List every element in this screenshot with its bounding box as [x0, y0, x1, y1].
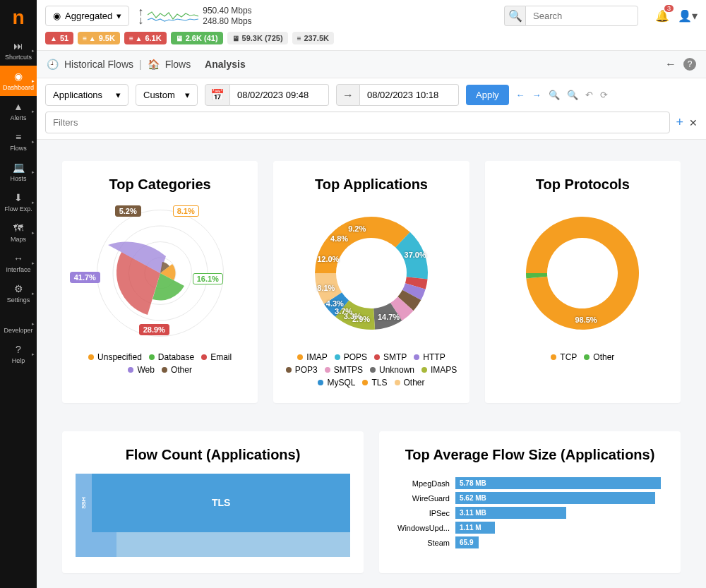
pill-icon: 🖥	[176, 35, 183, 42]
step-fwd-icon[interactable]: →	[532, 90, 542, 100]
nav-item-interface[interactable]: ↔Interface▸	[0, 248, 37, 278]
nav-item-developer[interactable]: Developer▸	[0, 308, 37, 339]
status-pill[interactable]: ≡237.5K	[292, 32, 334, 44]
user-menu[interactable]: 👤▾	[678, 9, 698, 23]
breadcrumb-flows[interactable]: Flows	[165, 59, 191, 70]
legend-label: TLS	[371, 378, 387, 388]
search-button[interactable]: 🔍	[504, 6, 525, 26]
undo-icon[interactable]: ↶	[585, 90, 593, 100]
range-select[interactable]: Custom▾	[136, 84, 198, 106]
bar-fill[interactable]: 5.78 MB	[455, 477, 661, 489]
legend-item[interactable]: SMTPS	[325, 365, 363, 375]
bar-fill[interactable]: 5.62 MB	[455, 492, 655, 504]
zoom-out-icon[interactable]: 🔍	[567, 90, 578, 100]
legend-item[interactable]: Unspecified	[88, 352, 142, 362]
legend-item[interactable]: Unknown	[370, 365, 414, 375]
legend-item[interactable]: IMAPS	[421, 365, 457, 375]
legend-item[interactable]: HTTP	[414, 352, 445, 362]
zoom-in-icon[interactable]: 🔍	[549, 90, 560, 100]
legend-dot	[128, 367, 133, 373]
nav-item-shortcuts[interactable]: ⏭Shortcuts▸	[0, 35, 37, 66]
top-categories-chart[interactable]: 8.1% 16.1% 28.9% 41.7% 5.2%	[72, 203, 248, 344]
legend-item[interactable]: POPS	[335, 352, 367, 362]
status-pill[interactable]: ≡ ▲6.1K	[124, 32, 167, 44]
legend-item[interactable]: SMTP	[374, 352, 407, 362]
bar-fill[interactable]: 1.11 M	[455, 522, 495, 534]
nav-item-flows[interactable]: ≡Flows▸	[0, 126, 37, 157]
bar-label: IPSec	[392, 509, 450, 517]
card-title: Top Protocols	[495, 176, 671, 193]
legend-label: Unknown	[379, 365, 414, 375]
chevron-right-icon: ▸	[32, 352, 35, 357]
nav-item-hosts[interactable]: 💻Hosts▸	[0, 157, 37, 187]
donut-label: 9.2%	[348, 224, 366, 233]
status-pill[interactable]: ≡ ▲9.5K	[78, 32, 120, 44]
nav-item-flowexp[interactable]: ⬇Flow Exp.▸	[0, 187, 37, 217]
legend-item[interactable]: IMAP	[297, 352, 327, 362]
dimension-select[interactable]: Applications▾	[45, 84, 128, 106]
legend-item[interactable]: MySQL	[318, 378, 355, 388]
nav-item-dashboard[interactable]: ◉Dashboard▸	[0, 66, 37, 96]
chevron-right-icon: ▸	[32, 200, 35, 205]
notification-badge: 3	[664, 5, 674, 12]
nav-label: Interface	[6, 266, 30, 273]
pill-icon: ≡ ▲	[83, 35, 96, 42]
status-pill[interactable]: ▲51	[45, 32, 73, 44]
legend-item[interactable]: Web	[128, 365, 154, 375]
add-filter-button[interactable]: +	[676, 115, 683, 130]
bar-fill[interactable]: 65.9	[455, 536, 479, 548]
logo[interactable]: n	[0, 0, 37, 35]
help-icon[interactable]: ?	[683, 58, 696, 71]
avg-flow-size-bars[interactable]: MpegDash5.78 MBWireGuard5.62 MBIPSec3.11…	[392, 473, 668, 548]
history-icon: 🕘	[47, 59, 59, 70]
legend-label: SMTP	[383, 352, 407, 362]
apply-button[interactable]: Apply	[466, 85, 509, 105]
notifications-button[interactable]: 🔔 3	[655, 9, 669, 23]
pill-text: 2.6K (41)	[186, 34, 218, 42]
legend-label: Unspecified	[97, 352, 142, 362]
legend-item[interactable]: POP3	[286, 365, 318, 375]
step-back-icon[interactable]: ←	[516, 90, 525, 100]
from-calendar-button[interactable]: 📅	[205, 84, 230, 106]
top-applications-chart[interactable]: 37.0%14.7%2.9%3.3%3.7%4.3%8.1%12.0%4.8%9…	[283, 203, 459, 344]
nav-item-maps[interactable]: 🗺Maps▸	[0, 217, 37, 248]
chevron-right-icon: ▸	[32, 230, 35, 236]
top-categories-card: Top Categories	[62, 161, 258, 403]
from-date-input[interactable]	[230, 84, 329, 106]
back-arrow-icon[interactable]: ←	[665, 58, 676, 71]
status-pill[interactable]: 🖥59.3K (725)	[227, 32, 288, 44]
nav-item-settings[interactable]: ⚙Settings▸	[0, 278, 37, 308]
search-input[interactable]	[525, 6, 638, 26]
legend-item[interactable]: Database	[149, 352, 194, 362]
breadcrumb-leaf: Analysis	[205, 59, 246, 70]
status-pill[interactable]: 🖥2.6K (41)	[171, 32, 223, 44]
legend-item[interactable]: Email	[201, 352, 232, 362]
donut-label: 3.7%	[335, 307, 352, 316]
refresh-icon[interactable]: ⟳	[600, 90, 608, 100]
bar-fill[interactable]: 3.11 MB	[455, 507, 566, 519]
dashboard-icon: ◉	[14, 71, 23, 82]
chevron-right-icon: ▸	[32, 109, 35, 114]
top-protocols-chart[interactable]: 98.5%	[495, 203, 671, 344]
aggregated-dropdown[interactable]: ◉ Aggregated ▾	[45, 6, 129, 26]
legend-item[interactable]: TLS	[362, 378, 387, 388]
legend-label: TCP	[560, 352, 577, 362]
filters-input[interactable]	[45, 112, 670, 133]
pill-text: 51	[60, 34, 68, 42]
legend-item[interactable]: TCP	[551, 352, 577, 362]
nav-item-alerts[interactable]: ▲Alerts▸	[0, 96, 37, 126]
pill-text: 237.5K	[304, 34, 328, 42]
clear-filters-button[interactable]: ✕	[689, 117, 698, 128]
nav-item-help[interactable]: ?Help▸	[0, 339, 37, 369]
donut-label: 12.0%	[317, 255, 339, 263]
treemap-cell-label: SSH	[80, 497, 87, 508]
legend-item[interactable]: Other	[162, 365, 192, 375]
to-date-input[interactable]	[360, 84, 459, 106]
status-pills: ▲51≡ ▲9.5K≡ ▲6.1K🖥2.6K (41)🖥59.3K (725)≡…	[45, 32, 698, 44]
traffic-down: 248.80 Mbps	[203, 16, 251, 26]
legend-item[interactable]: Other	[584, 352, 614, 362]
flow-count-treemap[interactable]: SSH TLS	[75, 473, 351, 558]
legend-item[interactable]: Other	[395, 378, 425, 388]
search-icon: 🔍	[508, 9, 522, 23]
breadcrumb-root[interactable]: Historical Flows	[64, 59, 133, 70]
